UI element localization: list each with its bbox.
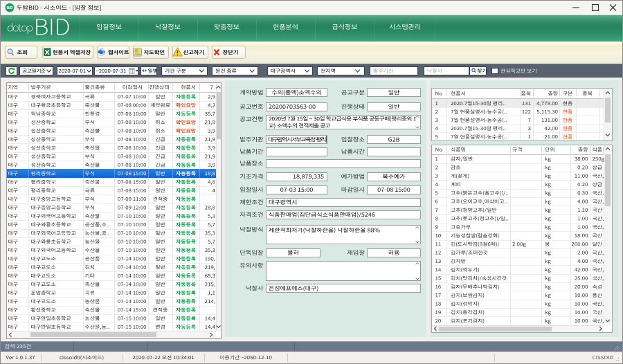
svg-text:BID: BID [7,6,13,10]
